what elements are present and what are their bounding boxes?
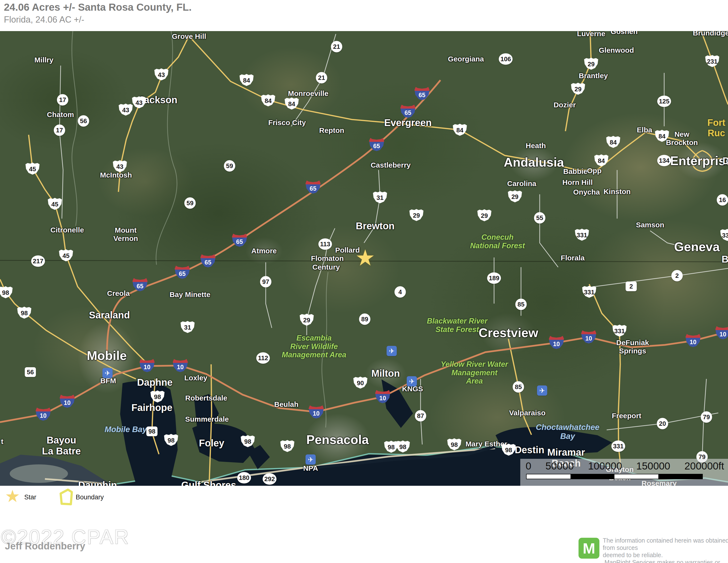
scale-tick: 150000	[636, 460, 670, 472]
route-shield-31: 31	[181, 321, 195, 333]
mapright-logo: M	[579, 538, 599, 559]
place-label-summerdale: Summerdale	[185, 415, 229, 423]
scale-segment-black	[571, 474, 614, 479]
route-shield-189: 189	[487, 272, 501, 284]
route-shield-84: 84	[240, 73, 254, 86]
route-shield-331: 331	[575, 228, 589, 241]
place-label-daphne: Daphne	[137, 377, 173, 388]
place-label-brantley: Brantley	[579, 72, 608, 80]
route-shield-20: 20	[657, 418, 668, 429]
property-star-marker: ★	[355, 245, 375, 271]
airport-icon: ✈	[407, 376, 417, 387]
airport-icon: ✈	[537, 386, 547, 396]
route-shield-331: 331	[720, 228, 728, 241]
route-shield-84: 84	[606, 135, 620, 148]
place-label-grove-hill: Grove Hill	[172, 32, 206, 41]
place-label-robertsdale: Robertsdale	[185, 394, 227, 402]
place-label-valparaiso: Valparaiso	[509, 409, 546, 417]
route-shield-31: 31	[373, 191, 387, 203]
route-shield-21: 21	[331, 41, 342, 52]
route-shield-45: 45	[59, 249, 73, 261]
place-label-crestview: Crestview	[479, 326, 538, 340]
scale-tick: 200000ft	[684, 460, 724, 472]
route-shield-45: 45	[25, 162, 40, 175]
route-shield-98: 98	[241, 435, 255, 447]
interstate-shield-10: 10	[140, 359, 155, 372]
place-label-babbie: Babbie	[563, 167, 587, 175]
place-label-monroeville: Monroeville	[288, 89, 329, 98]
header: 24.06 Acres +/- Santa Rosa County, FL. F…	[0, 0, 728, 31]
route-shield-85: 85	[515, 299, 527, 310]
route-shield-112: 112	[256, 353, 270, 364]
route-shield-98: 98	[150, 390, 165, 403]
route-shield-331: 331	[582, 285, 596, 298]
place-label-heath: Heath	[526, 142, 546, 150]
place-label-evergreen: Evergreen	[384, 117, 432, 128]
airport-icon: ✈	[306, 454, 316, 465]
route-shield-43: 43	[113, 159, 127, 172]
route-shield-98: 98	[280, 439, 294, 452]
legend-star-label: Star	[24, 494, 36, 501]
route-shield-56: 56	[78, 115, 89, 127]
route-shield-331: 331	[612, 324, 627, 337]
place-label-b: B	[722, 254, 728, 265]
place-label-onycha: Onycha	[573, 188, 600, 196]
place-label-opp: Opp	[587, 167, 602, 175]
route-shield-59: 59	[224, 160, 235, 172]
route-shield-29: 29	[508, 190, 522, 202]
page-subtitle: Florida, 24.06 AC +/-	[4, 15, 84, 25]
place-label-d: D	[723, 155, 728, 166]
place-label-gulf-shores: Gulf Shores	[181, 480, 236, 486]
forest-label-yellow-river-water-management-area: Yellow River Water Management Area	[441, 360, 508, 386]
place-label-mary-esther: Mary Esther	[465, 440, 507, 448]
interstate-shield-10: 10	[60, 395, 75, 408]
route-shield-84: 84	[594, 154, 608, 166]
place-label-mobile: Mobile	[87, 349, 127, 363]
scale-tick-labels: 050000100000150000200000ft	[520, 459, 728, 472]
place-label-npa: NPA	[303, 464, 318, 472]
place-label-new-brockton: New Brockton	[666, 130, 698, 146]
map-markers-layer: Grove HillMillryJacksonChatomMcIntoshMon…	[0, 31, 728, 486]
interstate-shield-10: 10	[581, 330, 596, 344]
place-label-milton: Milton	[371, 368, 400, 379]
place-label-chatom: Chatom	[47, 110, 74, 119]
place-label-elba: Elba	[637, 126, 652, 134]
place-label-luverne: Luverne	[577, 31, 605, 38]
place-label-andalusia: Andalusia	[504, 155, 564, 169]
place-label-freeport: Freeport	[612, 412, 641, 420]
interstate-shield-10: 10	[173, 359, 188, 372]
scale-tick: 100000	[588, 460, 622, 472]
place-label-castleberry: Castleberry	[371, 161, 411, 169]
interstate-shield-65: 65	[306, 180, 321, 193]
route-shield-331: 331	[611, 441, 625, 452]
interstate-shield-65: 65	[232, 234, 247, 247]
route-shield-55: 55	[534, 212, 546, 224]
place-label-geneva: Geneva	[674, 240, 720, 254]
route-shield-84: 84	[261, 94, 275, 106]
place-label-mcintosh: McIntosh	[100, 171, 132, 179]
route-shield-59: 59	[184, 197, 196, 209]
interstate-shield-10: 10	[686, 334, 701, 347]
star-icon: ★	[5, 488, 20, 505]
route-shield-79: 79	[701, 412, 712, 423]
place-label-dauphin: Dauphin	[78, 480, 117, 486]
route-shield-98: 98	[396, 440, 410, 453]
route-shield-180: 180	[237, 472, 251, 484]
route-shield-29: 29	[477, 209, 491, 221]
route-shield-217: 217	[31, 255, 45, 267]
scale-segment-white	[614, 474, 658, 479]
route-shield-98: 98	[502, 443, 516, 456]
route-shield-29: 29	[300, 313, 314, 326]
route-shield-45: 45	[48, 197, 62, 210]
place-label-carolina: Carolina	[507, 179, 536, 188]
place-label-mount-vernon: Mount Vernon	[113, 226, 138, 242]
route-shield-56: 56	[25, 367, 36, 377]
boundary-icon	[58, 488, 74, 508]
route-shield-98: 98	[146, 427, 157, 436]
route-shield-90: 90	[353, 376, 367, 389]
route-shield-106: 106	[499, 53, 513, 65]
place-label-destin: Destin	[515, 445, 544, 455]
interstate-shield-10: 10	[309, 405, 324, 419]
route-shield-17: 17	[57, 94, 68, 106]
place-label-bay-minette: Bay Minette	[170, 291, 210, 299]
